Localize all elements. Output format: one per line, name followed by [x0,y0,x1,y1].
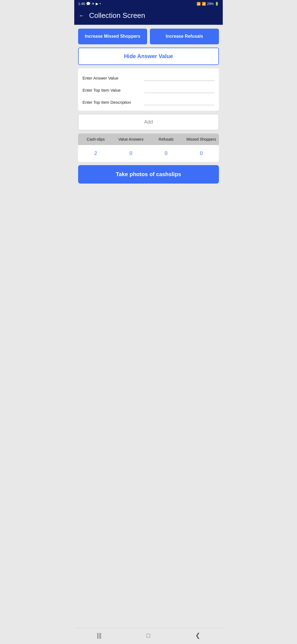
cell-missed-shoppers: 0 [184,145,219,162]
whatsapp-icon: 💬 [86,2,90,6]
hide-answer-value-button[interactable]: Hide Answer Value [78,48,219,65]
answer-value-input[interactable] [144,74,215,81]
cell-value-answers: 0 [113,145,148,162]
nav-back-icon[interactable]: ❮ [195,632,200,639]
bottom-spacer [78,187,219,209]
dot-icon: • [100,2,101,6]
col-header-value-answers: Value Answers [113,133,148,145]
data-table: Cash-slips Value Answers Refusals Missed… [78,133,219,162]
action-buttons-row: Increase Missed Shoppers Increase Refusa… [78,29,219,44]
nav-recent-apps-icon[interactable]: ||| [97,632,101,639]
col-header-refusals: Refusals [148,133,184,145]
status-left: 1:46 💬 ✈ ▶ • [78,2,101,6]
app-icon-2: ▶ [96,2,98,6]
form-row-answer-value: Enter Answer Value [82,74,215,81]
top-item-value-input[interactable] [144,86,215,93]
bottom-nav: ||| □ ❮ [74,628,223,644]
take-photos-button[interactable]: Take photos of cashslips [78,165,219,184]
form-card: Enter Answer Value Enter Top Item Value … [78,68,219,111]
increase-refusals-button[interactable]: Increase Refusals [150,29,219,44]
cell-cashslips: 2 [78,145,113,162]
nav-home-icon[interactable]: □ [147,632,150,639]
back-button[interactable]: ← [79,12,85,19]
status-time: 1:46 [78,2,85,6]
battery-text: 29% [207,2,214,6]
increase-missed-shoppers-button[interactable]: Increase Missed Shoppers [78,29,147,44]
status-bar: 1:46 💬 ✈ ▶ • 📶 📶 29% 🔋 [74,0,223,7]
col-header-missed-shoppers: Missed Shoppers [184,133,219,145]
cell-refusals: 0 [148,145,184,162]
table-row: 2 0 0 0 [78,145,219,162]
form-row-top-item-value: Enter Top Item Value [82,86,215,93]
form-row-top-item-description: Enter Top Item Description [82,98,215,105]
main-content: Increase Missed Shoppers Increase Refusa… [74,25,223,214]
top-item-value-label: Enter Top Item Value [82,87,141,93]
top-item-description-label: Enter Top Item Description [82,99,141,105]
answer-value-label: Enter Answer Value [82,75,141,81]
top-item-description-input[interactable] [144,98,215,105]
wifi-icon: 📶 [197,2,201,6]
add-button[interactable]: Add [78,114,219,130]
signal-icon: 📶 [202,2,206,6]
header: ← Collection Screen [74,7,223,25]
col-header-cashslips: Cash-slips [78,133,113,145]
table-header: Cash-slips Value Answers Refusals Missed… [78,133,219,145]
page-title: Collection Screen [89,11,145,20]
status-right: 📶 📶 29% 🔋 [197,2,219,6]
app-icon-1: ✈ [92,2,95,6]
battery-icon: 🔋 [215,2,219,6]
